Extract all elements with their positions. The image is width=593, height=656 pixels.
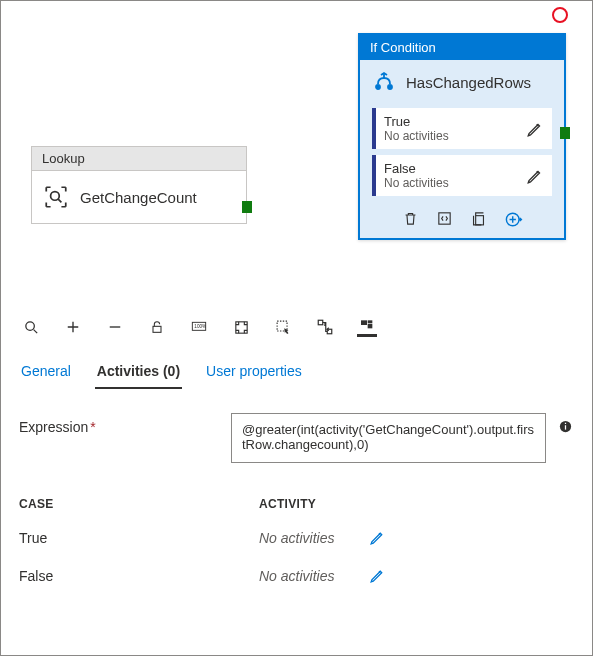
- case-table: CASE ACTIVITY True No activities False N…: [1, 473, 592, 605]
- activity-value: No activities: [259, 530, 369, 546]
- svg-rect-14: [361, 320, 367, 325]
- svg-text:100%: 100%: [194, 324, 206, 329]
- branch-subtext: No activities: [384, 129, 449, 143]
- tab-user-properties[interactable]: User properties: [204, 357, 304, 389]
- tab-general[interactable]: General: [19, 357, 73, 389]
- zoom-100-icon[interactable]: 100%: [189, 317, 209, 337]
- success-output-handle[interactable]: [242, 201, 252, 213]
- activity-name: HasChangedRows: [406, 74, 531, 91]
- expression-input[interactable]: @greater(int(activity('GetChangeCount').…: [231, 413, 546, 463]
- column-header-activity: ACTIVITY: [259, 497, 574, 511]
- search-icon[interactable]: [21, 317, 41, 337]
- activity-name: GetChangeCount: [80, 189, 197, 206]
- info-icon[interactable]: [558, 419, 574, 435]
- pipeline-canvas[interactable]: Lookup GetChangeCount If Condition: [1, 1, 592, 303]
- add-output-icon[interactable]: [504, 210, 522, 228]
- branch-true[interactable]: True No activities: [372, 108, 552, 149]
- lookup-icon: [42, 183, 70, 211]
- edit-icon[interactable]: [369, 529, 387, 547]
- svg-point-0: [51, 192, 60, 201]
- auto-align-icon[interactable]: [315, 317, 335, 337]
- svg-point-2: [388, 85, 392, 89]
- expression-label: Expression*: [19, 413, 219, 435]
- svg-rect-10: [235, 321, 246, 332]
- branch-label: False: [384, 161, 449, 176]
- tab-activities[interactable]: Activities (0): [95, 357, 182, 389]
- activity-value: No activities: [259, 568, 369, 584]
- svg-rect-15: [368, 320, 373, 323]
- required-asterisk: *: [90, 419, 95, 435]
- if-condition-icon: [372, 70, 396, 94]
- svg-rect-19: [565, 423, 566, 424]
- properties-tabs: General Activities (0) User properties: [1, 351, 592, 389]
- activity-node-lookup[interactable]: Lookup GetChangeCount: [31, 146, 247, 224]
- activity-type-label: If Condition: [360, 35, 564, 60]
- svg-rect-16: [368, 324, 373, 329]
- svg-point-1: [376, 85, 380, 89]
- branch-false[interactable]: False No activities: [372, 155, 552, 196]
- select-icon[interactable]: [273, 317, 293, 337]
- validation-error-indicator: [552, 7, 568, 23]
- canvas-toolbar: 100%: [1, 303, 592, 351]
- table-row: False No activities: [19, 557, 574, 595]
- svg-rect-18: [565, 425, 566, 429]
- svg-rect-12: [318, 320, 323, 325]
- table-row: True No activities: [19, 519, 574, 557]
- zoom-in-icon[interactable]: [63, 317, 83, 337]
- branch-label: True: [384, 114, 449, 129]
- edit-icon[interactable]: [526, 167, 544, 185]
- expression-row: Expression* @greater(int(activity('GetCh…: [1, 389, 592, 473]
- case-value: False: [19, 568, 259, 584]
- svg-point-6: [25, 321, 33, 330]
- copy-icon[interactable]: [470, 210, 488, 228]
- success-output-handle[interactable]: [560, 127, 570, 139]
- svg-rect-3: [439, 213, 450, 224]
- svg-rect-7: [153, 326, 161, 332]
- lock-icon[interactable]: [147, 317, 167, 337]
- minimap-icon[interactable]: [357, 317, 377, 337]
- zoom-out-icon[interactable]: [105, 317, 125, 337]
- svg-rect-4: [476, 216, 484, 225]
- fit-screen-icon[interactable]: [231, 317, 251, 337]
- code-icon[interactable]: [436, 210, 454, 228]
- activity-node-if-condition[interactable]: If Condition HasChangedRows True No acti…: [358, 33, 566, 240]
- edit-icon[interactable]: [526, 120, 544, 138]
- activity-type-label: Lookup: [32, 147, 246, 171]
- column-header-case: CASE: [19, 497, 259, 511]
- branch-subtext: No activities: [384, 176, 449, 190]
- case-value: True: [19, 530, 259, 546]
- delete-icon[interactable]: [402, 210, 420, 228]
- node-action-bar: [360, 202, 564, 238]
- edit-icon[interactable]: [369, 567, 387, 585]
